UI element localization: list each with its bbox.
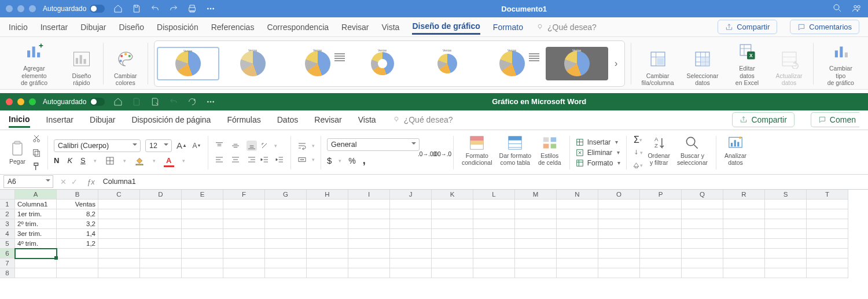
column-header[interactable]: M (515, 190, 557, 200)
cell-G6[interactable] (265, 249, 307, 259)
cell-F3[interactable] (223, 219, 265, 229)
column-header[interactable]: H (307, 190, 348, 200)
cell-Q8[interactable] (682, 268, 723, 278)
cell-I6[interactable] (348, 249, 390, 259)
comments-button[interactable]: Comen (811, 112, 859, 127)
more-icon[interactable] (205, 97, 216, 107)
cell-P4[interactable] (640, 229, 682, 239)
tab-correspondencia[interactable]: Correspondencia (267, 20, 329, 34)
cell-N3[interactable] (557, 219, 598, 229)
cell-E1[interactable] (182, 200, 223, 209)
cell-G5[interactable] (265, 239, 307, 249)
tab-revisar[interactable]: Revisar (314, 113, 341, 127)
cell-R4[interactable] (723, 229, 765, 239)
cell-J4[interactable] (390, 229, 432, 239)
cell-L7[interactable] (473, 259, 515, 268)
orientation-icon[interactable] (259, 141, 270, 151)
cell-R7[interactable] (723, 259, 765, 268)
cell-F2[interactable] (223, 209, 265, 219)
align-left-icon[interactable] (214, 154, 225, 165)
cell-P6[interactable] (640, 249, 682, 259)
cell-I2[interactable] (348, 209, 390, 219)
decrease-indent-icon[interactable] (259, 154, 270, 165)
maximize-icon[interactable] (29, 5, 36, 12)
cell-S7[interactable] (765, 259, 807, 268)
cell-S3[interactable] (765, 219, 807, 229)
tell-me-search[interactable]: ¿Qué desea? (536, 23, 597, 32)
format-as-table-button[interactable]: Dar formato como tabla (497, 134, 534, 172)
cancel-formula-icon[interactable]: ✕ (60, 178, 67, 186)
cell-H2[interactable] (307, 209, 348, 219)
cell-A7[interactable] (15, 259, 57, 268)
fill-icon[interactable]: ▾ (632, 147, 643, 158)
cell-S2[interactable] (765, 209, 807, 219)
column-header[interactable]: N (557, 190, 598, 200)
cell-I4[interactable] (348, 229, 390, 239)
cell-R3[interactable] (723, 219, 765, 229)
search-icon[interactable] (832, 3, 843, 15)
share-button[interactable]: Compartir (718, 20, 777, 34)
cell-B8[interactable] (57, 268, 98, 278)
align-center-icon[interactable] (230, 154, 241, 165)
format-cells-button[interactable]: Formato▾ (576, 159, 621, 167)
cell-O4[interactable] (598, 229, 640, 239)
cell-H6[interactable] (307, 249, 348, 259)
home-icon[interactable] (113, 97, 123, 107)
cell-E4[interactable] (182, 229, 223, 239)
formula-input[interactable]: Columna1 (100, 178, 868, 186)
cell-L5[interactable] (473, 239, 515, 249)
cell-C5[interactable] (98, 239, 140, 249)
find-select-button[interactable]: Buscar y seleccionar (675, 134, 710, 172)
name-box[interactable]: A6 (3, 175, 53, 188)
underline-button[interactable]: S (80, 156, 86, 165)
wrap-text-icon[interactable] (297, 141, 307, 151)
cell-D4[interactable] (140, 229, 182, 239)
analyze-data-button[interactable]: Analizar datos (722, 134, 749, 172)
row-header[interactable]: 2 (0, 209, 15, 219)
cell-F6[interactable] (223, 249, 265, 259)
cell-C2[interactable] (98, 209, 140, 219)
cell-D2[interactable] (140, 209, 182, 219)
column-header[interactable]: O (598, 190, 640, 200)
cell-C8[interactable] (98, 268, 140, 278)
insert-cells-button[interactable]: Insertar▾ (576, 138, 621, 146)
change-chart-type-button[interactable]: Cambiar tipo de gráfico (819, 40, 862, 87)
cell-M8[interactable] (515, 268, 557, 278)
tab-dibujar[interactable]: Dibujar (90, 113, 115, 127)
cell-S8[interactable] (765, 268, 807, 278)
cell-B7[interactable] (57, 259, 98, 268)
cell-T5[interactable] (807, 239, 848, 249)
maximize-icon[interactable] (29, 98, 36, 105)
cell-G1[interactable] (265, 200, 307, 209)
cell-F1[interactable] (223, 200, 265, 209)
cell-N5[interactable] (557, 239, 598, 249)
save-icon[interactable] (131, 3, 142, 14)
chart-style-6[interactable]: Ventas (481, 47, 543, 80)
chart-style-1[interactable]: Ventas (157, 47, 219, 80)
row-header[interactable]: 7 (0, 259, 15, 268)
cell-T3[interactable] (807, 219, 848, 229)
cell-B2[interactable]: 8,2 (57, 209, 98, 219)
cell-J6[interactable] (390, 249, 432, 259)
format-painter-icon[interactable] (31, 161, 42, 172)
cell-E6[interactable] (182, 249, 223, 259)
cell-M7[interactable] (515, 259, 557, 268)
cell-Q3[interactable] (682, 219, 723, 229)
comments-button[interactable]: Comentarios (790, 20, 859, 34)
cell-L2[interactable] (473, 209, 515, 219)
cell-D6[interactable] (140, 249, 182, 259)
cell-E7[interactable] (182, 259, 223, 268)
cell-B3[interactable]: 3,2 (57, 219, 98, 229)
bold-button[interactable]: N (54, 156, 59, 165)
cell-D5[interactable] (140, 239, 182, 249)
row-header[interactable]: 5 (0, 239, 15, 249)
cell-O5[interactable] (598, 239, 640, 249)
cell-O1[interactable] (598, 200, 640, 209)
tab-inicio[interactable]: Inicio (9, 20, 28, 34)
delete-cells-button[interactable]: Eliminar▾ (576, 149, 621, 157)
minimize-icon[interactable] (17, 98, 24, 105)
tab-vista[interactable]: Vista (382, 20, 400, 34)
cell-K7[interactable] (432, 259, 473, 268)
cell-Q5[interactable] (682, 239, 723, 249)
redo-icon[interactable] (187, 97, 197, 107)
